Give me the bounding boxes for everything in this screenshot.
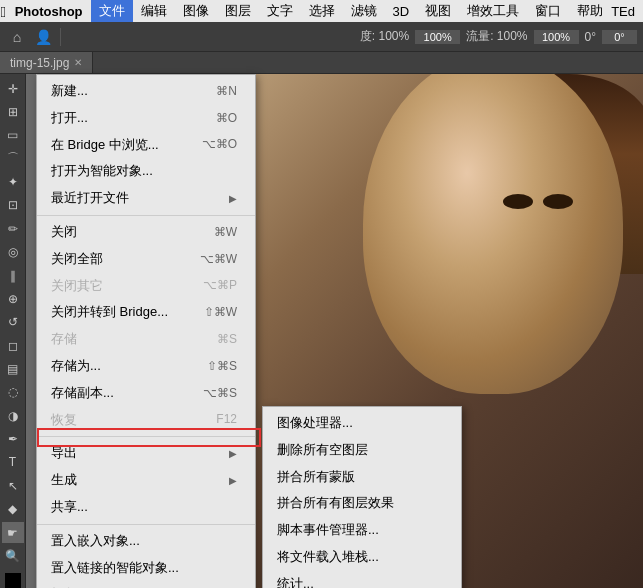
menu-item-close[interactable]: 关闭 ⌘W — [37, 219, 255, 246]
flow-label: 流量: 100% — [466, 28, 527, 45]
tab-label: timg-15.jpg — [10, 56, 69, 70]
dodge-tool[interactable]: ◑ — [2, 405, 24, 426]
menu-help[interactable]: 帮助 — [569, 0, 611, 22]
eyedropper-tool[interactable]: ✏ — [2, 218, 24, 239]
submenu-image-processor[interactable]: 图像处理器... — [263, 410, 461, 437]
toolbar-right-options: 度: 100% 流量: 100% 0° — [360, 28, 637, 45]
menu-item-close-bridge[interactable]: 关闭并转到 Bridge... ⇧⌘W — [37, 299, 255, 326]
history-brush-tool[interactable]: ↺ — [2, 312, 24, 333]
menu-item-package: 打包... — [37, 581, 255, 588]
submenu-flatten-effects[interactable]: 拼合所有有图层效果 — [263, 490, 461, 517]
crop-tool[interactable]: ⊡ — [2, 195, 24, 216]
submenu-flatten-masks[interactable]: 拼合所有蒙版 — [263, 464, 461, 491]
menu-item-bridge[interactable]: 在 Bridge 中浏览... ⌥⌘O — [37, 132, 255, 159]
file-tab[interactable]: timg-15.jpg ✕ — [0, 52, 93, 73]
gradient-tool[interactable]: ▤ — [2, 358, 24, 379]
zoom-label: 度: 100% — [360, 28, 409, 45]
menu-file[interactable]: 文件 — [91, 0, 133, 22]
submenu-script-events[interactable]: 脚本事件管理器... — [263, 517, 461, 544]
blur-tool[interactable]: ◌ — [2, 382, 24, 403]
portrait-eye-right — [543, 194, 573, 209]
apple-menu[interactable]:  — [0, 0, 7, 22]
tab-bar: timg-15.jpg ✕ — [0, 52, 643, 74]
app-name: Photoshop — [7, 0, 91, 22]
menu-select[interactable]: 选择 — [301, 0, 343, 22]
submenu-load-files-stack[interactable]: 将文件载入堆栈... — [263, 544, 461, 571]
move-tool[interactable]: ✛ — [2, 78, 24, 99]
menu-edit[interactable]: 编辑 — [133, 0, 175, 22]
menu-item-open[interactable]: 打开... ⌘O — [37, 105, 255, 132]
lasso-tool[interactable]: ⌒ — [2, 148, 24, 169]
menu-layer[interactable]: 图层 — [217, 0, 259, 22]
menu-text[interactable]: 文字 — [259, 0, 301, 22]
hand-tool[interactable]: ☛ — [2, 522, 24, 543]
shape-tool[interactable]: ◆ — [2, 498, 24, 519]
magic-wand-tool[interactable]: ✦ — [2, 171, 24, 192]
home-icon[interactable]: ⌂ — [6, 26, 28, 48]
portrait-face — [363, 74, 623, 394]
text-tool[interactable]: T — [2, 452, 24, 473]
menu-item-place-linked[interactable]: 置入链接的智能对象... — [37, 555, 255, 582]
menu-image[interactable]: 图像 — [175, 0, 217, 22]
brush-tool[interactable]: ∥ — [2, 265, 24, 286]
clone-tool[interactable]: ⊕ — [2, 288, 24, 309]
menu-item-open-smart[interactable]: 打开为智能对象... — [37, 158, 255, 185]
file-dropdown-menu: 新建... ⌘N 打开... ⌘O 在 Bridge 中浏览... ⌥⌘O 打开… — [36, 74, 256, 588]
menu-item-recent[interactable]: 最近打开文件 ▶ — [37, 185, 255, 212]
user-icon[interactable]: 👤 — [32, 26, 54, 48]
spot-healing-tool[interactable]: ◎ — [2, 242, 24, 263]
angle-label: 0° — [585, 30, 596, 44]
menu-sep-2 — [37, 436, 255, 437]
menu-item-revert: 恢复 F12 — [37, 407, 255, 434]
menu-bar-right: TEd — [611, 4, 643, 19]
select-tool[interactable]: ▭ — [2, 125, 24, 146]
ted-label: TEd — [611, 4, 635, 19]
menu-item-save-copy[interactable]: 存储副本... ⌥⌘S — [37, 380, 255, 407]
pen-tool[interactable]: ✒ — [2, 428, 24, 449]
color-foreground[interactable] — [5, 573, 21, 588]
zoom-input[interactable] — [415, 30, 460, 44]
menu-item-generate[interactable]: 生成 ▶ — [37, 467, 255, 494]
menu-item-export[interactable]: 导出 ▶ — [37, 440, 255, 467]
path-selection-tool[interactable]: ↖ — [2, 475, 24, 496]
left-toolbar: ✛ ⊞ ▭ ⌒ ✦ ⊡ ✏ ◎ ∥ ⊕ ↺ ◻ ▤ ◌ ◑ ✒ T ↖ ◆ ☛ … — [0, 74, 26, 588]
toolbar: ⌂ 👤 度: 100% 流量: 100% 0° — [0, 22, 643, 52]
menu-window[interactable]: 窗口 — [527, 0, 569, 22]
submenu-delete-empty-layers[interactable]: 删除所有空图层 — [263, 437, 461, 464]
script-submenu: 图像处理器... 删除所有空图层 拼合所有蒙版 拼合所有有图层效果 脚本事件管理… — [262, 406, 462, 588]
menu-item-save-as[interactable]: 存储为... ⇧⌘S — [37, 353, 255, 380]
angle-input[interactable] — [602, 30, 637, 44]
menu-bar:  Photoshop 文件 编辑 图像 图层 文字 选择 滤镜 3D 视图 增… — [0, 0, 643, 22]
main-area: ✛ ⊞ ▭ ⌒ ✦ ⊡ ✏ ◎ ∥ ⊕ ↺ ◻ ▤ ◌ ◑ ✒ T ↖ ◆ ☛ … — [0, 74, 643, 588]
menu-item-close-all[interactable]: 关闭全部 ⌥⌘W — [37, 246, 255, 273]
menu-item-place-embed[interactable]: 置入嵌入对象... — [37, 528, 255, 555]
tab-close-icon[interactable]: ✕ — [74, 57, 82, 68]
zoom-tool[interactable]: 🔍 — [2, 545, 24, 566]
menu-sep-3 — [37, 524, 255, 525]
menu-item-save: 存储 ⌘S — [37, 326, 255, 353]
menu-3d[interactable]: 3D — [385, 0, 418, 22]
menu-sep-1 — [37, 215, 255, 216]
menu-item-new[interactable]: 新建... ⌘N — [37, 78, 255, 105]
menu-item-share[interactable]: 共享... — [37, 494, 255, 521]
toolbar-separator — [60, 28, 61, 46]
menu-item-close-others: 关闭其它 ⌥⌘P — [37, 273, 255, 300]
menu-plugins[interactable]: 增效工具 — [459, 0, 527, 22]
menu-filter[interactable]: 滤镜 — [343, 0, 385, 22]
menu-view[interactable]: 视图 — [417, 0, 459, 22]
portrait-eye-left — [503, 194, 533, 209]
flow-input[interactable] — [534, 30, 579, 44]
submenu-statistics[interactable]: 统计... — [263, 571, 461, 588]
artboard-tool[interactable]: ⊞ — [2, 101, 24, 122]
menu-bar-items: 文件 编辑 图像 图层 文字 选择 滤镜 3D 视图 增效工具 窗口 帮助 — [91, 0, 612, 22]
eraser-tool[interactable]: ◻ — [2, 335, 24, 356]
